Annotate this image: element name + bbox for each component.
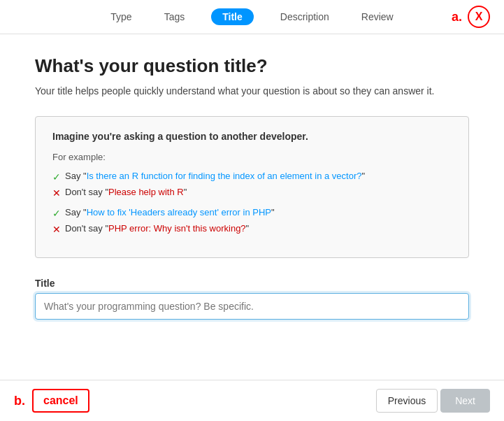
page-title: What's your question title? xyxy=(35,55,469,77)
cross-icon: ✕ xyxy=(52,187,61,199)
step-description[interactable]: Description xyxy=(275,8,335,25)
step-title[interactable]: Title xyxy=(211,8,254,25)
check-icon: ✓ xyxy=(52,208,61,219)
cancel-button[interactable]: cancel xyxy=(32,389,89,413)
item-text: Don't say "PHP error: Why isn't this wor… xyxy=(65,223,249,234)
page-subtitle: Your title helps people quickly understa… xyxy=(35,84,469,99)
title-input[interactable] xyxy=(35,293,469,320)
info-box: Imagine you're asking a question to anot… xyxy=(35,116,469,258)
cross-icon: ✕ xyxy=(52,224,61,235)
info-box-title: Imagine you're asking a question to anot… xyxy=(52,131,452,142)
step-review[interactable]: Review xyxy=(356,8,399,25)
info-group-2: ✓ Say "How to fix 'Headers already sent'… xyxy=(52,207,452,235)
field-label: Title xyxy=(35,278,469,289)
wizard-header: Type Tags Title Description Review a. X xyxy=(0,0,504,34)
main-content: What's your question title? Your title h… xyxy=(0,34,504,334)
previous-button[interactable]: Previous xyxy=(376,389,438,413)
step-tags[interactable]: Tags xyxy=(159,8,191,25)
item-text: Don't say "Please help with R" xyxy=(65,187,187,197)
list-item: ✕ Don't say "PHP error: Why isn't this w… xyxy=(52,223,452,235)
list-item: ✓ Say "How to fix 'Headers already sent'… xyxy=(52,207,452,219)
annotation-b-label: b. xyxy=(14,394,25,408)
nav-buttons: Previous Next xyxy=(376,389,490,413)
list-item: ✓ Say "Is there an R function for findin… xyxy=(52,171,452,183)
list-item: ✕ Don't say "Please help with R" xyxy=(52,187,452,199)
check-icon: ✓ xyxy=(52,171,61,183)
cancel-area: b. cancel xyxy=(14,389,89,413)
close-button[interactable]: X xyxy=(468,6,490,28)
annotation-a-label: a. xyxy=(452,10,462,24)
step-type[interactable]: Type xyxy=(105,8,137,25)
next-button[interactable]: Next xyxy=(440,389,490,413)
footer: b. cancel Previous Next xyxy=(0,380,504,421)
item-text: Say "Is there an R function for finding … xyxy=(65,171,365,181)
step-nav: Type Tags Title Description Review xyxy=(105,8,398,25)
item-text: Say "How to fix 'Headers already sent' e… xyxy=(65,207,275,217)
info-box-subtitle: For example: xyxy=(52,152,452,162)
info-group-1: ✓ Say "Is there an R function for findin… xyxy=(52,171,452,199)
